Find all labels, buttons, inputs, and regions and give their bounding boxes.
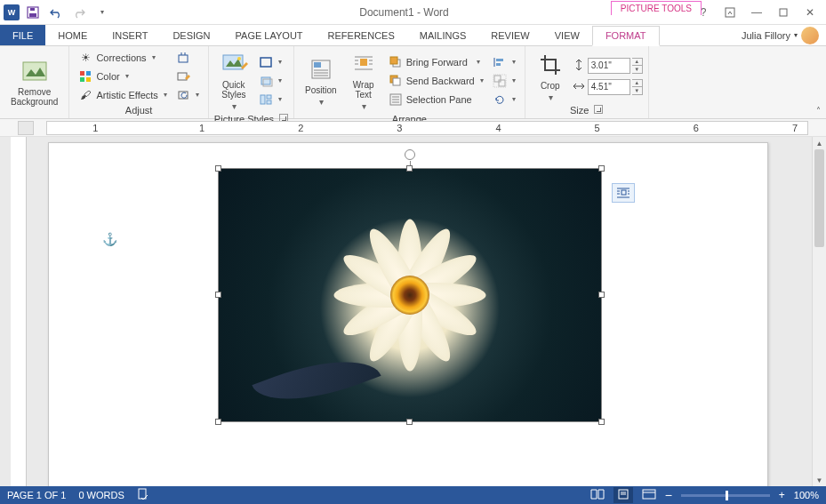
tab-insert[interactable]: INSERT bbox=[100, 25, 160, 45]
account-user[interactable]: Julia Fillory ▾ bbox=[742, 25, 826, 45]
proofing-icon[interactable] bbox=[137, 488, 149, 502]
corrections-button[interactable]: ☀Corrections▾ bbox=[75, 49, 170, 67]
scroll-up-button[interactable]: ▲ bbox=[813, 137, 826, 149]
svg-rect-1 bbox=[29, 13, 36, 17]
document-page[interactable]: ⚓ bbox=[48, 142, 768, 486]
document-area[interactable]: ⚓ bbox=[0, 137, 812, 486]
tab-file[interactable]: FILE bbox=[0, 25, 45, 45]
send-backward-button[interactable]: Send Backward▾ bbox=[385, 72, 487, 90]
tab-mailings[interactable]: MAILINGS bbox=[407, 25, 479, 45]
qat-customize-button[interactable]: ▾ bbox=[92, 3, 112, 22]
zoom-in-button[interactable]: + bbox=[779, 489, 785, 501]
scroll-thumb[interactable] bbox=[814, 149, 824, 247]
svg-rect-4 bbox=[780, 9, 787, 16]
tab-references[interactable]: REFERENCES bbox=[316, 25, 407, 45]
picture-layout-button[interactable]: ▾ bbox=[255, 91, 285, 108]
rotate-handle[interactable] bbox=[405, 149, 415, 160]
maximize-button[interactable] bbox=[773, 3, 794, 22]
ribbon-tabs: FILE HOME INSERT DESIGN PAGE LAYOUT REFE… bbox=[0, 25, 826, 46]
group-button[interactable]: ▾ bbox=[489, 72, 519, 90]
resize-handle-b[interactable] bbox=[406, 419, 413, 425]
resize-handle-tl[interactable] bbox=[215, 165, 221, 172]
vertical-ruler[interactable] bbox=[11, 137, 27, 486]
artistic-effects-button[interactable]: 🖌Artistic Effects▾ bbox=[75, 86, 170, 104]
shape-height-input[interactable] bbox=[588, 58, 630, 74]
svg-rect-45 bbox=[499, 80, 505, 86]
close-button[interactable]: ✕ bbox=[799, 3, 821, 22]
change-picture-button[interactable] bbox=[172, 68, 203, 85]
width-spinner[interactable]: ▲▼ bbox=[632, 79, 643, 95]
bring-forward-button[interactable]: Bring Forward▾ bbox=[385, 53, 487, 71]
svg-rect-7 bbox=[86, 71, 91, 76]
resize-handle-tr[interactable] bbox=[598, 165, 605, 172]
tab-format[interactable]: FORMAT bbox=[592, 26, 660, 46]
position-icon bbox=[307, 55, 335, 84]
color-button[interactable]: Color▾ bbox=[75, 68, 170, 85]
ruler-corner[interactable] bbox=[18, 121, 34, 135]
rotate-button[interactable]: ▾ bbox=[489, 91, 519, 108]
resize-handle-br[interactable] bbox=[598, 419, 605, 425]
shape-width-input[interactable] bbox=[588, 79, 630, 95]
ribbon-display-button[interactable] bbox=[719, 3, 741, 22]
ribbon: Remove Background ☀Corrections▾ Color▾ 🖌… bbox=[0, 46, 826, 119]
svg-rect-5 bbox=[23, 62, 46, 80]
tab-page-layout[interactable]: PAGE LAYOUT bbox=[223, 25, 316, 45]
quick-styles-button[interactable]: Quick Styles▾ bbox=[214, 48, 253, 113]
group-adjust-label: Adjust bbox=[75, 104, 202, 116]
document-title: Document1 - Word bbox=[116, 6, 693, 19]
picture-border-button[interactable]: ▾ bbox=[255, 53, 285, 71]
contextual-tab-label: PICTURE TOOLS bbox=[611, 1, 702, 15]
reset-picture-button[interactable]: ▾ bbox=[172, 86, 203, 104]
tab-view[interactable]: VIEW bbox=[542, 25, 592, 45]
align-button[interactable]: ▾ bbox=[489, 53, 519, 71]
size-launcher[interactable] bbox=[594, 105, 603, 114]
avatar bbox=[801, 27, 819, 44]
vertical-scrollbar[interactable]: ▲ ▼ bbox=[812, 137, 826, 486]
redo-button[interactable] bbox=[69, 3, 89, 22]
position-button[interactable]: Position▾ bbox=[300, 53, 342, 108]
svg-rect-3 bbox=[726, 8, 734, 17]
svg-rect-54 bbox=[139, 489, 146, 499]
resize-handle-bl[interactable] bbox=[215, 419, 221, 425]
zoom-slider[interactable] bbox=[681, 494, 770, 497]
undo-button[interactable] bbox=[46, 3, 66, 22]
resize-handle-l[interactable] bbox=[215, 292, 221, 298]
horizontal-ruler[interactable]: 11234567 bbox=[46, 121, 808, 135]
web-layout-button[interactable] bbox=[642, 489, 656, 501]
height-spinner[interactable]: ▲▼ bbox=[632, 58, 643, 74]
inserted-picture[interactable] bbox=[218, 168, 602, 422]
remove-background-icon bbox=[20, 57, 49, 85]
read-mode-button[interactable] bbox=[590, 489, 605, 501]
svg-point-14 bbox=[237, 57, 241, 60]
page-indicator[interactable]: PAGE 1 OF 1 bbox=[7, 490, 66, 500]
crop-button[interactable]: Crop▾ bbox=[531, 49, 570, 104]
tab-design[interactable]: DESIGN bbox=[160, 25, 222, 45]
print-layout-button[interactable] bbox=[613, 487, 633, 503]
resize-handle-t[interactable] bbox=[406, 165, 413, 172]
compress-pictures-button[interactable] bbox=[172, 49, 203, 67]
collapse-ribbon-button[interactable]: ˄ bbox=[816, 106, 821, 116]
selection-pane-button[interactable]: Selection Pane bbox=[385, 91, 487, 108]
svg-rect-19 bbox=[267, 95, 271, 99]
crop-icon bbox=[536, 51, 565, 79]
zoom-level[interactable]: 100% bbox=[794, 490, 819, 500]
resize-handle-r[interactable] bbox=[598, 292, 605, 298]
wrap-text-button[interactable]: Wrap Text▾ bbox=[344, 48, 383, 113]
scroll-down-button[interactable]: ▼ bbox=[813, 474, 826, 486]
word-app-icon[interactable]: W bbox=[4, 4, 20, 20]
layout-options-button[interactable] bbox=[612, 183, 635, 203]
user-name: Julia Fillory bbox=[742, 30, 790, 41]
svg-rect-6 bbox=[80, 71, 84, 76]
tab-review[interactable]: REVIEW bbox=[478, 25, 541, 45]
zoom-out-button[interactable]: − bbox=[665, 488, 672, 502]
word-count[interactable]: 0 WORDS bbox=[78, 490, 124, 500]
tab-home[interactable]: HOME bbox=[45, 25, 100, 45]
svg-rect-18 bbox=[261, 95, 265, 104]
picture-effects-button[interactable]: ▾ bbox=[255, 72, 285, 90]
status-bar: PAGE 1 OF 1 0 WORDS − + 100% bbox=[0, 486, 826, 504]
svg-rect-8 bbox=[80, 77, 84, 82]
save-button[interactable] bbox=[23, 3, 43, 22]
svg-rect-36 bbox=[393, 78, 400, 85]
minimize-button[interactable]: — bbox=[746, 3, 767, 22]
remove-background-button[interactable]: Remove Background bbox=[5, 55, 63, 108]
